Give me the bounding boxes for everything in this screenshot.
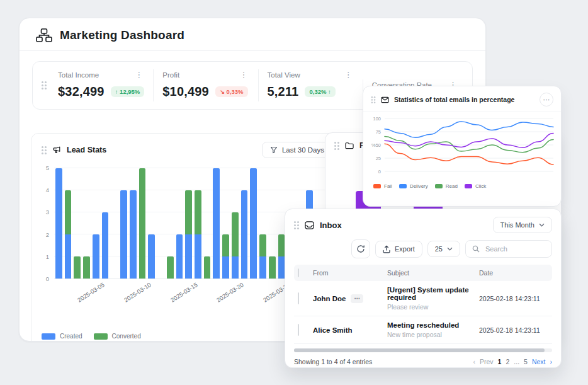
bar bbox=[65, 168, 72, 279]
date-filter-button[interactable]: Last 30 Days bbox=[262, 142, 332, 158]
search-input[interactable] bbox=[484, 244, 545, 253]
date-cell: 2025-02-18 14:23:11 bbox=[479, 295, 552, 302]
svg-text:25: 25 bbox=[376, 156, 381, 161]
page-number[interactable]: 1 bbox=[498, 358, 502, 365]
kebab-menu-icon[interactable]: ⋮ bbox=[343, 71, 354, 79]
table-row[interactable]: John Doe⋯[Urgent] System update required… bbox=[294, 281, 552, 316]
legend-label: Delivery bbox=[410, 183, 428, 189]
bar bbox=[176, 168, 183, 279]
bar bbox=[102, 168, 109, 279]
lead-legend: CreatedConverted bbox=[42, 333, 141, 340]
refresh-button[interactable] bbox=[351, 239, 370, 258]
next-button[interactable]: Next bbox=[532, 358, 546, 365]
drag-handle[interactable] bbox=[294, 221, 299, 229]
bar bbox=[241, 168, 248, 279]
row-menu-button[interactable]: ⋯ bbox=[351, 294, 363, 303]
created-segment bbox=[102, 212, 109, 279]
date-cell: 2025-02-18 14:23:11 bbox=[479, 326, 552, 334]
legend-item: Click bbox=[465, 183, 486, 189]
bar bbox=[157, 168, 164, 279]
drag-handle[interactable] bbox=[42, 81, 47, 89]
chevron-down-icon bbox=[447, 247, 453, 251]
created-segment bbox=[195, 234, 201, 279]
stat-value: $10,499 bbox=[162, 84, 209, 99]
drag-handle[interactable] bbox=[371, 96, 376, 103]
legend-swatch bbox=[435, 184, 443, 188]
select-all-checkbox[interactable] bbox=[298, 268, 299, 277]
scrollbar-thumb[interactable] bbox=[294, 348, 545, 352]
page-number[interactable]: 5 bbox=[524, 358, 528, 365]
stat-profit: Profit ⋮ $10,499 ↘ 0,33% bbox=[153, 69, 257, 101]
subject-text: [Urgent] System update required bbox=[387, 286, 479, 301]
created-segment bbox=[213, 168, 220, 279]
row-checkbox[interactable] bbox=[298, 292, 299, 304]
bar bbox=[250, 168, 257, 279]
next-chevron[interactable]: › bbox=[550, 358, 553, 365]
row-checkbox[interactable] bbox=[298, 324, 299, 336]
search-icon bbox=[472, 245, 480, 253]
legend-label: Read bbox=[446, 183, 458, 189]
bar bbox=[195, 168, 201, 279]
y-tick-label: 2 bbox=[46, 231, 49, 238]
bar bbox=[269, 168, 276, 279]
subject-cell: Meeting rescheduledNew time proposal bbox=[387, 321, 479, 338]
subject-cell: [Urgent] System update requiredPlease re… bbox=[387, 286, 479, 311]
stat-total-income: Total Income ⋮ $32,499 ↑ 12,95% bbox=[49, 69, 153, 101]
pagination-pages: 12...5 bbox=[498, 358, 528, 365]
created-segment bbox=[232, 256, 239, 279]
header-divider bbox=[20, 50, 485, 51]
bar bbox=[93, 168, 99, 279]
legend-item: Converted bbox=[94, 333, 141, 340]
kebab-menu-icon[interactable]: ⋮ bbox=[133, 71, 144, 79]
email-legend: FailDeliveryReadClick bbox=[363, 181, 561, 189]
chevron-down-icon bbox=[539, 223, 545, 227]
converted-segment bbox=[195, 190, 201, 234]
period-label: This Month bbox=[500, 221, 534, 229]
subject-preview: Please review bbox=[387, 303, 479, 311]
prev-chevron[interactable]: ‹ bbox=[473, 358, 476, 365]
converted-segment bbox=[74, 256, 81, 279]
legend-label: Click bbox=[475, 183, 486, 189]
entries-summary: Showing 1 to 4 of 4 entries bbox=[294, 358, 372, 365]
stat-label: Total View bbox=[268, 71, 300, 79]
page-size-select[interactable]: 25 bbox=[427, 241, 460, 257]
period-select-button[interactable]: This Month bbox=[493, 217, 552, 233]
inbox-toolbar: Export 25 bbox=[285, 238, 561, 265]
trend-badge: ↘ 0,33% bbox=[215, 86, 248, 97]
bar bbox=[74, 168, 81, 279]
drag-handle[interactable] bbox=[42, 146, 47, 154]
converted-segment bbox=[232, 212, 239, 256]
converted-segment bbox=[167, 256, 174, 279]
inbox-table: From Subject Date John Doe⋯[Urgent] Syst… bbox=[294, 265, 552, 344]
table-row[interactable]: Alice SmithMeeting rescheduledNew time p… bbox=[294, 316, 552, 344]
legend-swatch bbox=[465, 184, 472, 188]
bar bbox=[204, 168, 211, 279]
created-segment bbox=[185, 234, 192, 279]
bar bbox=[222, 168, 229, 279]
bar bbox=[139, 168, 146, 279]
checkbox-cell bbox=[294, 325, 313, 336]
svg-text:75: 75 bbox=[376, 129, 381, 135]
converted-segment bbox=[222, 234, 229, 256]
inbox-icon bbox=[305, 221, 314, 229]
converted-segment bbox=[269, 256, 276, 279]
page-number[interactable]: 2 bbox=[506, 358, 509, 365]
legend-item: Created bbox=[42, 333, 82, 340]
drag-handle[interactable] bbox=[334, 142, 339, 150]
lead-chart-yaxis: 012345 bbox=[42, 168, 50, 279]
stat-label: Profit bbox=[162, 71, 179, 79]
export-button[interactable]: Export bbox=[375, 241, 422, 258]
converted-segment bbox=[204, 256, 211, 279]
stat-total-view: Total View ⋮ 5,211 0,32% ↑ bbox=[258, 69, 363, 101]
table-header: From Subject Date bbox=[294, 265, 552, 281]
more-options-button[interactable]: ⋯ bbox=[540, 93, 553, 106]
y-tick-label: 3 bbox=[46, 209, 49, 215]
bar bbox=[185, 168, 192, 279]
kebab-menu-icon[interactable]: ⋮ bbox=[239, 71, 249, 79]
megaphone-icon bbox=[52, 146, 61, 154]
checkbox-cell bbox=[294, 293, 313, 304]
svg-text:100: 100 bbox=[373, 116, 381, 122]
y-tick-label: 1 bbox=[46, 253, 49, 260]
bar bbox=[148, 168, 155, 279]
prev-button[interactable]: Prev bbox=[480, 358, 494, 365]
